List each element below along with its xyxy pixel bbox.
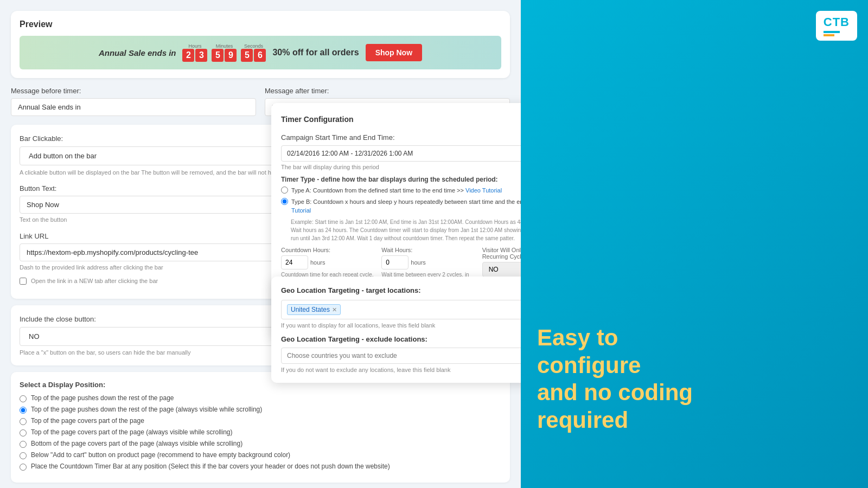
preview-bar: Annual Sale ends in Hours 2 3 Minutes 5 … (20, 36, 501, 69)
position-option-2: Top of the page covers part of the page (20, 417, 501, 425)
hour-digit-1: 2 (182, 49, 194, 62)
visitor-select[interactable]: NO (482, 262, 521, 277)
preview-section: Preview Annual Sale ends in Hours 2 3 Mi… (11, 11, 510, 78)
position-label-0: Top of the page pushes down the rest of … (31, 394, 174, 402)
position-radio-3[interactable] (20, 429, 27, 436)
geo-panel: Geo Location Targeting - target location… (271, 277, 521, 383)
geo-exclude-hint: If you do not want to exclude any locati… (281, 367, 521, 373)
message-before-input[interactable] (11, 98, 256, 116)
minute-digit-2: 9 (225, 49, 237, 62)
position-label-6: Place the Countdown Timer Bar at any pos… (31, 463, 390, 470)
geo-include-hint: If you want to display for all locations… (281, 322, 521, 329)
right-heading: Easy to configure and no coding required (537, 324, 852, 434)
position-label-1: Top of the page pushes down the rest of … (31, 406, 262, 413)
position-option-4: Bottom of the page covers part of the pa… (20, 440, 501, 448)
position-radio-5[interactable] (20, 452, 27, 459)
close-button-label: Include the close button: (20, 315, 96, 323)
wait-hours-input[interactable] (381, 255, 409, 269)
message-before-group: Message before timer: (11, 87, 256, 116)
preview-message-after: 30% off for all orders (272, 48, 359, 57)
preview-message-before: Annual Sale ends in (99, 48, 176, 57)
type-a-row: Type A: Countdown from the defined start… (281, 187, 521, 195)
button-text-label: Button Text: (20, 184, 56, 192)
position-option-3: Top of the page covers part of the page … (20, 428, 501, 436)
type-a-radio[interactable] (281, 187, 288, 194)
position-radio-0[interactable] (20, 395, 27, 402)
wait-hours-label: Wait Hours: (381, 247, 475, 253)
hours-digits: 2 3 (182, 49, 207, 62)
second-digit-2: 6 (254, 49, 266, 62)
timer-type-label: Timer Type - define how the bar displays… (281, 176, 521, 183)
position-label-4: Bottom of the page covers part of the pa… (31, 440, 242, 447)
second-digit-1: 5 (241, 49, 253, 62)
position-radio-1[interactable] (20, 407, 27, 414)
hours-label: Hours (188, 43, 201, 49)
seconds-digits: 5 6 (241, 49, 266, 62)
geo-include-label: Geo Location Targeting - target location… (281, 286, 521, 294)
link-url-label: Link URL (20, 232, 48, 240)
timer-config-title: Timer Configuration ⌃ (281, 113, 521, 126)
hours-unit: Hours 2 3 (182, 43, 207, 62)
type-b-label: Type B: Countdown x hours and sleep y ho… (291, 198, 521, 215)
countdown-hours-input[interactable] (281, 255, 308, 269)
type-b-radio[interactable] (281, 198, 288, 205)
type-a-label: Type A: Countdown from the defined start… (291, 187, 502, 195)
position-radio-6[interactable] (20, 464, 27, 471)
shop-now-button[interactable]: Shop Now (366, 44, 422, 61)
minutes-unit: Minutes 5 9 (212, 43, 237, 62)
main-panel: Preview Annual Sale ends in Hours 2 3 Mi… (0, 0, 521, 488)
visitor-label: Visitor Will Only See One Recurring Cycl… (482, 247, 521, 260)
minutes-digits: 5 9 (212, 49, 237, 62)
position-label-3: Top of the page covers part of the page … (31, 428, 233, 436)
position-option-1: Top of the page pushes down the rest of … (20, 406, 501, 414)
timer-group: Hours 2 3 Minutes 5 9 Seconds (182, 43, 266, 62)
position-label-2: Top of the page covers part of the page (31, 417, 144, 425)
position-option-6: Place the Countdown Timer Bar at any pos… (20, 463, 501, 471)
campaign-time-hint: The bar will display during this period (281, 164, 521, 170)
geo-exclude-label: Geo Location Targeting - exclude locatio… (281, 335, 521, 343)
position-label-5: Below "Add to cart" button on product pa… (31, 451, 290, 459)
ctb-logo: CTB (816, 11, 857, 41)
type-b-row: Type B: Countdown x hours and sleep y ho… (281, 198, 521, 215)
geo-tag-remove[interactable]: ✕ (332, 306, 337, 313)
hour-digit-2: 3 (195, 49, 207, 62)
new-tab-checkbox[interactable] (20, 278, 27, 285)
right-text: Easy to configure and no coding required (537, 324, 852, 434)
geo-exclude-input[interactable] (281, 348, 521, 364)
bar-clickable-label: Bar Clickable: (20, 134, 63, 143)
message-before-label: Message before timer: (11, 87, 256, 95)
position-radio-2[interactable] (20, 418, 27, 425)
preview-title: Preview (20, 20, 501, 29)
seconds-label: Seconds (244, 43, 263, 49)
campaign-time-input[interactable] (281, 145, 521, 162)
new-tab-label: Open the link in a NEW tab after clickin… (31, 277, 158, 285)
type-a-video-link[interactable]: Video Tutorial (465, 187, 502, 194)
geo-tag-us: United States ✕ (287, 304, 341, 315)
countdown-hours-unit: hours (310, 259, 326, 266)
type-b-example: Example: Start time is Jan 1st 12:00 AM,… (291, 218, 521, 242)
countdown-hours-label: Countdown Hours: (281, 247, 375, 253)
right-panel: CTB Easy to configure and no coding requ… (521, 0, 868, 488)
wait-hours-unit: hours (411, 259, 426, 266)
minute-digit-1: 5 (212, 49, 224, 62)
position-option-5: Below "Add to cart" button on product pa… (20, 451, 501, 459)
display-position-section: Select a Display Position: Top of the pa… (11, 372, 510, 483)
message-after-label: Message after timer: (265, 87, 510, 95)
position-option-0: Top of the page pushes down the rest of … (20, 394, 501, 402)
geo-include-input[interactable]: United States ✕ (281, 300, 521, 319)
position-radio-4[interactable] (20, 441, 27, 448)
campaign-time-label: Campaign Start Time and End Time: (281, 133, 395, 142)
seconds-unit: Seconds 5 6 (241, 43, 266, 62)
minutes-label: Minutes (216, 43, 233, 49)
